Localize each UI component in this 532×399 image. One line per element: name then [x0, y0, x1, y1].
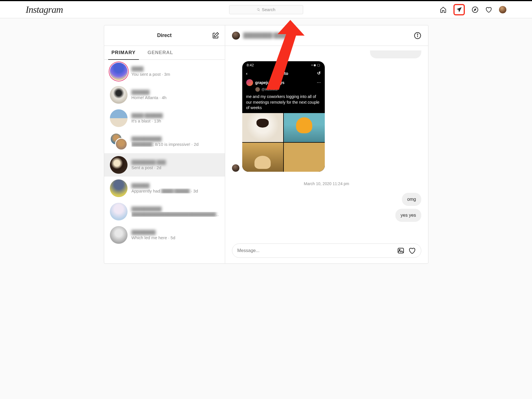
message-bubble[interactable]: yes yes: [395, 209, 421, 222]
thread-preview: Which led me here · 5d: [132, 235, 219, 240]
chat-header: ████████ ████: [225, 25, 428, 46]
explore-icon[interactable]: [472, 6, 478, 13]
direct-messages-icon[interactable]: [456, 6, 463, 13]
search-input[interactable]: Search: [229, 5, 303, 14]
message-avatar[interactable]: [232, 164, 239, 172]
message-timestamp: March 10, 2020 11:24 pm: [232, 181, 421, 186]
avatar: [110, 203, 128, 220]
chat-panel: ████████ ████ 8:42 ▪ ◉ ▢ ‹ Photo ↺: [225, 25, 428, 263]
thread-preview: Apparently had ████ █████ · 3d: [132, 189, 219, 193]
composer-box[interactable]: [232, 244, 421, 258]
tab-general[interactable]: GENERAL: [146, 46, 175, 60]
post-handle: @ikasliwal: [242, 87, 325, 93]
inbox-tabs: PRIMARY GENERAL: [104, 46, 225, 60]
message-input[interactable]: [237, 248, 393, 253]
post-titlebar: ‹ Photo ↺: [242, 69, 325, 77]
tab-primary[interactable]: PRIMARY: [110, 46, 137, 60]
message-row: yes yes: [232, 209, 421, 222]
avatar: [110, 179, 128, 197]
thread-name: ██████████: [132, 136, 219, 141]
avatar: [110, 109, 128, 127]
post-user-name: grapejuiceboys: [255, 80, 285, 85]
photo-icon[interactable]: [397, 247, 404, 254]
thread-item[interactable]: ██████ Home! Atlanta · 4h: [104, 83, 225, 107]
thread-name: ██████: [132, 183, 219, 188]
post-image-grid: [242, 113, 325, 172]
thread-preview: It's a blast · 13h: [132, 118, 219, 123]
thread-name: ████████ ███: [132, 160, 219, 165]
post-user-avatar: [246, 79, 253, 86]
refresh-icon: ↺: [317, 71, 321, 76]
avatar: [110, 63, 128, 80]
thread-preview: Sent a post · 2d: [132, 165, 219, 170]
main-panel: Direct PRIMARY GENERAL ████ You sent a p…: [104, 25, 428, 264]
top-nav: Instagram Search: [0, 1, 532, 18]
message-bubble-partial: [370, 50, 421, 58]
post-caption: me and my coworkers logging into all of …: [242, 93, 325, 113]
thread-name: ████ ██████: [132, 113, 219, 118]
thread-preview: You sent a post · 3m: [132, 72, 219, 77]
like-icon[interactable]: [408, 247, 416, 254]
message-bubble[interactable]: omg: [402, 193, 421, 206]
thread-name: ████: [132, 66, 219, 71]
chat-info-button[interactable]: [414, 32, 421, 39]
thread-item[interactable]: ████ You sent a post · 3m: [104, 60, 225, 83]
thread-preview: ███████: 8/10 is impressive! · 2d: [132, 142, 219, 147]
avatar: [110, 86, 128, 104]
chat-header-name[interactable]: ████████ ████: [243, 32, 288, 38]
message-row: 8:42 ▪ ◉ ▢ ‹ Photo ↺ grapejuiceboys ⋯: [232, 61, 421, 172]
chat-avatar[interactable]: [232, 32, 240, 40]
avatar-group: [110, 133, 128, 150]
svg-point-4: [417, 34, 418, 34]
post-user-row: grapejuiceboys ⋯: [242, 77, 325, 87]
thread-list: ████ You sent a post · 3m ██████ Home! A…: [104, 60, 225, 263]
thread-item[interactable]: ████ ██████ It's a blast · 13h: [104, 107, 225, 130]
activity-icon[interactable]: [485, 6, 492, 13]
thread-item[interactable]: ██████ Apparently had ████ █████ · 3d: [104, 177, 225, 200]
home-icon[interactable]: [440, 6, 447, 13]
post-statusbar: 8:42 ▪ ◉ ▢: [242, 61, 325, 69]
thread-name: ██████████: [132, 206, 219, 211]
avatar: [110, 226, 128, 244]
sidebar: Direct PRIMARY GENERAL ████ You sent a p…: [104, 25, 225, 263]
composer: [225, 238, 428, 263]
direct-messages-icon-highlighted: [453, 4, 465, 15]
thread-item[interactable]: ██████████ ███████: 8/10 is impressive! …: [104, 130, 225, 153]
thread-item[interactable]: ██████████ ████████████████████████████.…: [104, 200, 225, 223]
thread-name: ██████: [132, 90, 219, 95]
messages: 8:42 ▪ ◉ ▢ ‹ Photo ↺ grapejuiceboys ⋯: [225, 46, 428, 238]
thread-name: ████████: [132, 230, 219, 235]
profile-avatar[interactable]: [499, 6, 506, 13]
instagram-logo[interactable]: Instagram: [26, 4, 63, 15]
thread-preview: ████████████████████████████... · 5d: [132, 212, 219, 217]
avatar: [110, 156, 128, 174]
thread-item[interactable]: ████████ Which led me here · 5d: [104, 223, 225, 247]
sidebar-title: Direct: [157, 32, 172, 38]
svg-point-6: [399, 249, 400, 250]
message-row: omg: [232, 193, 421, 206]
thread-preview: Home! Atlanta · 4h: [132, 95, 219, 100]
sidebar-header: Direct: [104, 25, 225, 46]
thread-item-selected[interactable]: ████████ ███ Sent a post · 2d: [104, 153, 225, 177]
shared-post[interactable]: 8:42 ▪ ◉ ▢ ‹ Photo ↺ grapejuiceboys ⋯: [242, 61, 325, 172]
back-icon: ‹: [246, 71, 248, 76]
compose-button[interactable]: [212, 32, 219, 39]
